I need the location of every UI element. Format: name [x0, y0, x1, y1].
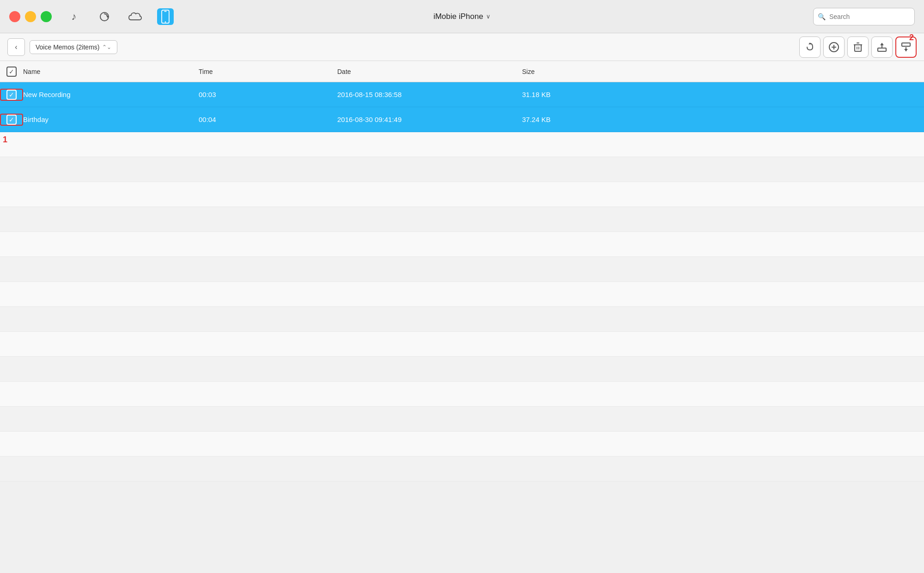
device-title[interactable]: iMobie iPhone ∨	[433, 12, 491, 21]
svg-rect-17	[902, 43, 910, 46]
svg-marker-19	[904, 49, 908, 51]
check-icon: ✓	[9, 68, 14, 75]
annotation-badge-2: 2	[909, 33, 914, 43]
column-header-time: Time	[199, 68, 337, 75]
toolbar-actions: 2	[799, 37, 917, 58]
cloud-icon[interactable]	[127, 8, 143, 25]
search-input[interactable]	[813, 8, 915, 25]
empty-row	[0, 132, 924, 157]
empty-row	[0, 332, 924, 357]
phone-icon[interactable]	[157, 8, 174, 25]
svg-marker-16	[880, 43, 884, 45]
empty-row	[0, 282, 924, 307]
empty-row	[0, 407, 924, 432]
folder-label: Voice Memos (2items)	[36, 43, 99, 51]
delete-button[interactable]	[847, 37, 869, 58]
svg-point-4	[165, 21, 166, 23]
titlebar: ♪ iMobie iPhone ∨ 🔍	[0, 0, 924, 33]
chevron-down-icon: ⌃⌄	[102, 44, 111, 50]
empty-row	[0, 182, 924, 207]
table-header: ✓ Name Time Date Size	[0, 61, 924, 82]
row-2-time: 00:04	[199, 116, 337, 123]
row-2-checkbox-cell[interactable]: ✓	[0, 114, 23, 126]
annotation-badge-1: 1	[3, 135, 7, 145]
maximize-button[interactable]	[41, 11, 52, 22]
svg-rect-9	[855, 45, 861, 51]
check-icon: ✓	[9, 116, 14, 123]
table-row[interactable]: ✓ New Recording 00:03 2016-08-15 08:36:5…	[0, 82, 924, 107]
device-chevron: ∨	[486, 13, 491, 20]
add-button[interactable]	[823, 37, 845, 58]
toolbar: ‹ Voice Memos (2items) ⌃⌄	[0, 33, 924, 61]
row-2-size: 37.24 KB	[522, 116, 924, 123]
export-button[interactable]	[871, 37, 893, 58]
table-body: ✓ New Recording 00:03 2016-08-15 08:36:5…	[0, 82, 924, 482]
device-name: iMobie iPhone	[433, 12, 483, 21]
empty-row	[0, 357, 924, 382]
back-button[interactable]: ‹	[7, 38, 25, 56]
row-1-time: 00:03	[199, 91, 337, 98]
empty-row	[0, 307, 924, 332]
folder-dropdown[interactable]: Voice Memos (2items) ⌃⌄	[30, 40, 117, 54]
empty-row	[0, 432, 924, 457]
history-icon[interactable]	[96, 8, 113, 25]
svg-rect-2	[162, 10, 169, 23]
svg-rect-14	[878, 48, 886, 51]
music-icon[interactable]: ♪	[66, 8, 82, 25]
check-icon: ✓	[9, 91, 14, 98]
column-header-date: Date	[337, 68, 522, 75]
import-button[interactable]: 2	[895, 37, 917, 58]
empty-row	[0, 232, 924, 257]
empty-rows	[0, 132, 924, 482]
column-header-size: Size	[522, 68, 924, 75]
empty-row	[0, 157, 924, 182]
search-area: 🔍	[813, 8, 915, 25]
row-1-date: 2016-08-15 08:36:58	[337, 91, 522, 98]
titlebar-icons: ♪	[66, 8, 174, 25]
row-1-checkbox-cell[interactable]: ✓	[0, 89, 23, 101]
empty-row	[0, 207, 924, 232]
row-1-name: New Recording	[23, 91, 199, 98]
table-row[interactable]: ✓ Birthday 00:04 2016-08-30 09:41:49 37.…	[0, 107, 924, 132]
empty-row	[0, 457, 924, 482]
minimize-button[interactable]	[25, 11, 36, 22]
close-button[interactable]	[9, 11, 20, 22]
svg-rect-3	[164, 11, 166, 12]
select-all-checkbox[interactable]: ✓	[6, 67, 17, 77]
row-2-checkbox[interactable]: ✓	[6, 115, 17, 125]
row-1-size: 31.18 KB	[522, 91, 924, 98]
column-header-name: Name	[23, 68, 199, 75]
row-2-date: 2016-08-30 09:41:49	[337, 116, 522, 123]
window-controls	[9, 11, 52, 22]
select-all-cell[interactable]: ✓	[0, 67, 23, 77]
row-2-name: Birthday	[23, 116, 199, 123]
refresh-button[interactable]	[799, 37, 821, 58]
row-1-checkbox[interactable]: ✓	[6, 90, 17, 100]
empty-row	[0, 382, 924, 407]
empty-row	[0, 257, 924, 282]
